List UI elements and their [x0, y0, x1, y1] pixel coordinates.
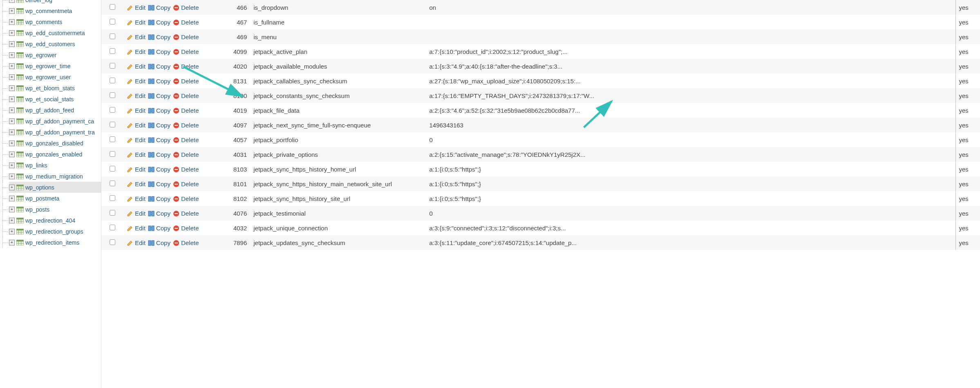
edit-button[interactable]: Edit	[127, 107, 146, 114]
sidebar-item-wp-links[interactable]: +wp_links	[9, 160, 101, 171]
copy-button[interactable]: Copy	[148, 195, 170, 202]
expand-icon[interactable]: +	[9, 8, 15, 14]
row-checkbox[interactable]	[110, 239, 115, 245]
expand-icon[interactable]: +	[9, 185, 15, 190]
sidebar-item-wp-redirection-404[interactable]: +wp_redirection_404	[9, 215, 101, 226]
sidebar-item-wp-gonzales-enabled[interactable]: +wp_gonzales_enabled	[9, 149, 101, 160]
row-checkbox[interactable]	[110, 151, 115, 157]
row-checkbox[interactable]	[110, 33, 115, 39]
row-checkbox[interactable]	[110, 4, 115, 10]
expand-icon[interactable]: +	[9, 52, 15, 58]
edit-button[interactable]: Edit	[127, 62, 146, 70]
expand-icon[interactable]: +	[9, 129, 15, 135]
expand-icon[interactable]: +	[9, 74, 15, 80]
sidebar-item-cerber-log[interactable]: +cerber_log	[9, 0, 101, 5]
sidebar-item-wp-egrower-user[interactable]: +wp_egrower_user	[9, 71, 101, 83]
expand-icon[interactable]: +	[9, 174, 15, 179]
copy-button[interactable]: Copy	[148, 210, 170, 217]
copy-button[interactable]: Copy	[148, 92, 170, 99]
copy-button[interactable]: Copy	[148, 121, 170, 129]
row-checkbox[interactable]	[110, 19, 115, 25]
expand-icon[interactable]: +	[9, 107, 15, 113]
sidebar-item-wp-options[interactable]: +wp_options	[9, 182, 101, 193]
expand-icon[interactable]: +	[9, 218, 15, 223]
expand-icon[interactable]: +	[9, 63, 15, 69]
sidebar-item-wp-gonzales-disabled[interactable]: +wp_gonzales_disabled	[9, 138, 101, 149]
edit-button[interactable]: Edit	[127, 136, 146, 143]
sidebar-item-wp-redirection-groups[interactable]: +wp_redirection_groups	[9, 226, 101, 237]
delete-button[interactable]: Delete	[173, 224, 199, 232]
expand-icon[interactable]: +	[9, 118, 15, 124]
expand-icon[interactable]: +	[9, 85, 15, 91]
delete-button[interactable]: Delete	[173, 180, 199, 187]
edit-button[interactable]: Edit	[127, 180, 146, 187]
copy-button[interactable]: Copy	[148, 224, 170, 232]
row-checkbox[interactable]	[110, 92, 115, 98]
edit-button[interactable]: Edit	[127, 92, 146, 99]
copy-button[interactable]: Copy	[148, 239, 170, 246]
expand-icon[interactable]: +	[9, 140, 15, 146]
edit-button[interactable]: Edit	[127, 151, 146, 158]
delete-button[interactable]: Delete	[173, 121, 199, 129]
row-checkbox[interactable]	[110, 181, 115, 186]
expand-icon[interactable]: +	[9, 240, 15, 245]
sidebar-item-wp-medium-migration[interactable]: +wp_medium_migration	[9, 171, 101, 182]
sidebar-item-wp-comments[interactable]: +wp_comments	[9, 16, 101, 27]
edit-button[interactable]: Edit	[127, 33, 146, 40]
delete-button[interactable]: Delete	[173, 48, 199, 55]
delete-button[interactable]: Delete	[173, 62, 199, 70]
copy-button[interactable]: Copy	[148, 165, 170, 173]
delete-button[interactable]: Delete	[173, 18, 199, 26]
delete-button[interactable]: Delete	[173, 136, 199, 143]
expand-icon[interactable]: +	[9, 196, 15, 201]
edit-button[interactable]: Edit	[127, 165, 146, 173]
delete-button[interactable]: Delete	[173, 77, 199, 85]
delete-button[interactable]: Delete	[173, 151, 199, 158]
copy-button[interactable]: Copy	[148, 33, 170, 40]
delete-button[interactable]: Delete	[173, 195, 199, 202]
sidebar-item-wp-egrower-time[interactable]: +wp_egrower_time	[9, 60, 101, 71]
row-checkbox[interactable]	[110, 48, 115, 54]
delete-button[interactable]: Delete	[173, 92, 199, 99]
row-checkbox[interactable]	[110, 122, 115, 127]
delete-button[interactable]: Delete	[173, 107, 199, 114]
delete-button[interactable]: Delete	[173, 33, 199, 40]
edit-button[interactable]: Edit	[127, 121, 146, 129]
copy-button[interactable]: Copy	[148, 107, 170, 114]
expand-icon[interactable]: +	[9, 30, 15, 36]
sidebar-item-wp-gf-addon-feed[interactable]: +wp_gf_addon_feed	[9, 105, 101, 116]
expand-icon[interactable]: +	[9, 152, 15, 157]
edit-button[interactable]: Edit	[127, 210, 146, 217]
edit-button[interactable]: Edit	[127, 239, 146, 246]
sidebar-item-wp-commentmeta[interactable]: +wp_commentmeta	[9, 5, 101, 16]
sidebar-item-wp-edd-customers[interactable]: +wp_edd_customers	[9, 38, 101, 49]
expand-icon[interactable]: +	[9, 96, 15, 102]
edit-button[interactable]: Edit	[127, 18, 146, 26]
copy-button[interactable]: Copy	[148, 77, 170, 85]
delete-button[interactable]: Delete	[173, 239, 199, 246]
delete-button[interactable]: Delete	[173, 210, 199, 217]
expand-icon[interactable]: +	[9, 41, 15, 47]
sidebar-item-wp-gf-addon-payment-ca[interactable]: +wp_gf_addon_payment_ca	[9, 116, 101, 127]
edit-button[interactable]: Edit	[127, 4, 146, 11]
sidebar-item-wp-egrower[interactable]: +wp_egrower	[9, 49, 101, 60]
expand-icon[interactable]: +	[9, 0, 15, 3]
expand-icon[interactable]: +	[9, 19, 15, 25]
sidebar-item-wp-edd-customermeta[interactable]: +wp_edd_customermeta	[9, 27, 101, 38]
row-checkbox[interactable]	[110, 225, 115, 230]
copy-button[interactable]: Copy	[148, 4, 170, 11]
expand-icon[interactable]: +	[9, 163, 15, 168]
row-checkbox[interactable]	[110, 78, 115, 83]
edit-button[interactable]: Edit	[127, 48, 146, 55]
copy-button[interactable]: Copy	[148, 180, 170, 187]
sidebar-item-wp-gf-addon-payment-tra[interactable]: +wp_gf_addon_payment_tra	[9, 127, 101, 138]
sidebar-item-wp-postmeta[interactable]: +wp_postmeta	[9, 193, 101, 204]
sidebar-item-wp-et-social-stats[interactable]: +wp_et_social_stats	[9, 94, 101, 105]
copy-button[interactable]: Copy	[148, 18, 170, 26]
row-checkbox[interactable]	[110, 107, 115, 113]
row-checkbox[interactable]	[110, 195, 115, 201]
edit-button[interactable]: Edit	[127, 224, 146, 232]
delete-button[interactable]: Delete	[173, 165, 199, 173]
copy-button[interactable]: Copy	[148, 62, 170, 70]
edit-button[interactable]: Edit	[127, 77, 146, 85]
